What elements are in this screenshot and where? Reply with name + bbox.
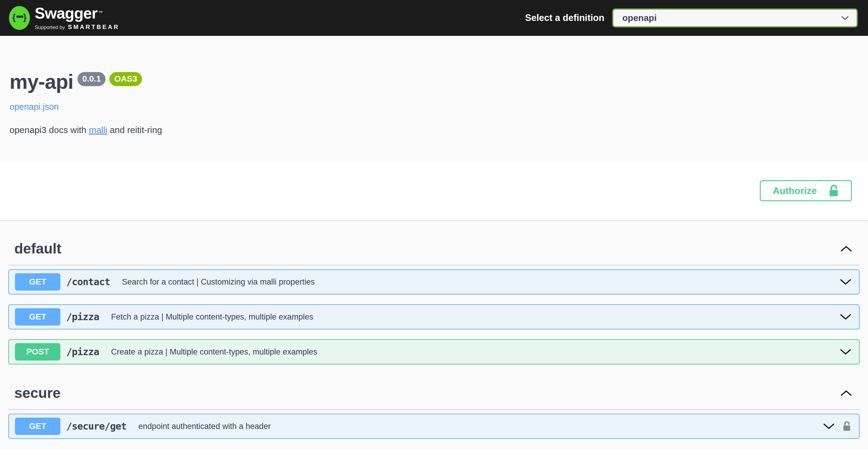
method-badge: GET <box>15 418 60 435</box>
logo-text-wrap: Swagger™ Supported by SMARTBEAR <box>35 5 120 30</box>
topbar: {•••} Swagger™ Supported by SMARTBEAR Se… <box>0 0 868 36</box>
chevron-up-icon <box>840 390 852 396</box>
row-icons <box>840 349 853 355</box>
chevron-down-icon <box>840 279 851 285</box>
chevron-down-icon <box>841 16 849 20</box>
collapse-section-button[interactable] <box>840 246 852 252</box>
malli-link[interactable]: malli <box>89 125 107 135</box>
api-description: openapi3 docs with malli and reitit-ring <box>9 125 859 135</box>
operation-path[interactable]: /pizza <box>66 311 99 323</box>
method-badge: GET <box>15 308 60 326</box>
tag-section-default: default GET /contact Search for a contac… <box>8 233 860 364</box>
chevron-down-icon <box>840 349 851 355</box>
expand-operation-button[interactable] <box>840 349 851 355</box>
operation-path[interactable]: /secure/get <box>66 421 126 432</box>
section-header-default[interactable]: default <box>8 233 860 265</box>
smartbear-brand: SMARTBEAR <box>68 24 120 30</box>
section-title: default <box>14 242 61 256</box>
swagger-logo-icon: {•••} <box>9 6 30 30</box>
authorize-button[interactable]: Authorize <box>760 180 852 201</box>
oas3-badge: OAS3 <box>110 72 142 86</box>
operation-path[interactable]: /pizza <box>66 346 99 358</box>
operation-summary: endpoint authenticated with a header <box>138 422 271 431</box>
expand-operation-button[interactable] <box>840 314 851 320</box>
scheme-container: Authorize <box>0 161 868 220</box>
operation-auth-button[interactable] <box>842 421 851 432</box>
operation-path[interactable]: /contact <box>66 276 110 288</box>
api-title-row: my-api 0.0.1 OAS3 <box>9 71 859 92</box>
version-badge: 0.0.1 <box>78 72 105 86</box>
expand-operation-button[interactable] <box>840 279 851 285</box>
operation-row[interactable]: GET /secure/get endpoint authenticated w… <box>8 414 860 439</box>
operations-wrapper: default GET /contact Search for a contac… <box>0 233 868 449</box>
logo-wordmark: Swagger™ <box>35 5 120 21</box>
section-header-secure[interactable]: secure <box>8 378 860 410</box>
method-badge: GET <box>15 273 60 291</box>
logo-subtitle: Supported by SMARTBEAR <box>35 24 120 30</box>
chevron-down-icon <box>823 423 835 429</box>
operation-row[interactable]: POST /pizza Create a pizza | Multiple co… <box>8 339 860 364</box>
expand-operation-button[interactable] <box>823 423 835 429</box>
unlock-icon <box>828 184 839 198</box>
row-icons <box>840 279 853 285</box>
operation-row[interactable]: GET /contact Search for a contact | Cust… <box>8 269 860 295</box>
operation-summary: Fetch a pizza | Multiple content-types, … <box>111 312 313 322</box>
method-badge: POST <box>15 343 60 361</box>
api-title: my-api <box>9 71 73 92</box>
section-title: secure <box>14 386 61 400</box>
tag-section-secure: secure GET /secure/get endpoint authenti… <box>8 378 860 439</box>
supported-by-label: Supported by <box>35 25 65 30</box>
trademark-symbol: ™ <box>98 10 102 15</box>
swagger-logo-link[interactable]: {•••} Swagger™ Supported by SMARTBEAR <box>9 5 120 30</box>
definition-select[interactable]: openapi <box>612 8 858 28</box>
chevron-up-icon <box>840 246 852 252</box>
row-icons <box>823 421 853 432</box>
operation-summary: Search for a contact | Customizing via m… <box>122 277 315 287</box>
definition-selector: Select a definition openapi <box>525 8 858 28</box>
operation-summary: Create a pizza | Multiple content-types,… <box>111 347 317 357</box>
api-info-section: my-api 0.0.1 OAS3 openapi.json openapi3 … <box>0 36 868 161</box>
definition-select-value: openapi <box>622 13 657 23</box>
spec-url-link[interactable]: openapi.json <box>9 102 59 112</box>
chevron-down-icon <box>840 314 851 320</box>
collapse-section-button[interactable] <box>840 390 852 396</box>
select-definition-label: Select a definition <box>525 12 604 23</box>
api-badges: 0.0.1 OAS3 <box>78 72 142 86</box>
unlock-icon <box>842 421 851 432</box>
row-icons <box>840 314 853 320</box>
operation-row[interactable]: GET /pizza Fetch a pizza | Multiple cont… <box>8 304 860 329</box>
